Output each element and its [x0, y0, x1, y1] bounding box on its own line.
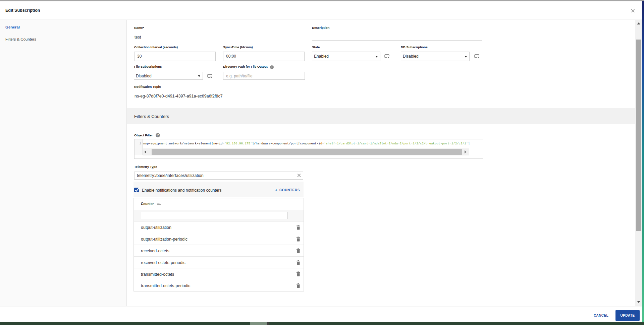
svg-text:?: ?	[157, 133, 159, 137]
